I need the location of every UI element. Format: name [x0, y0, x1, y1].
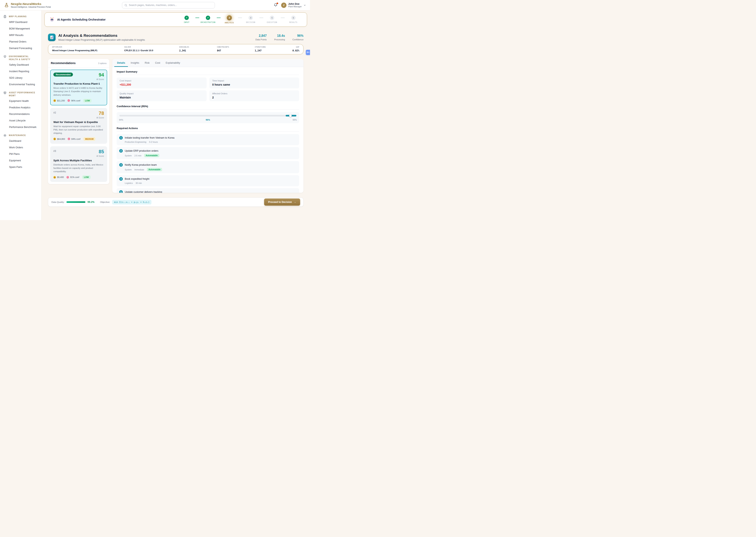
recommendation-card[interactable]: #2 78 AI Score Wait for Vietnam Repair &…: [50, 108, 107, 144]
action-title: Initiate tooling transfer from Vietnam t…: [125, 137, 174, 139]
sidebar-item[interactable]: Equipment Health: [0, 98, 41, 104]
recommendation-confidence: 91% conf: [70, 176, 79, 178]
sidebar-item[interactable]: SDS Library: [0, 75, 41, 81]
recommendation-card[interactable]: #3 85 AI Score Split Across Multiple Fac…: [50, 146, 107, 182]
proceed-to-decision-button[interactable]: Proceed to Decision →: [264, 198, 300, 206]
required-action-item: 1 Initiate tooling transfer from Vietnam…: [117, 134, 299, 145]
stat-value: 2,847: [256, 34, 267, 38]
impact-label: Affected Orders: [212, 92, 296, 95]
sidebar-item[interactable]: Equipment: [0, 157, 41, 164]
sidebar-item[interactable]: MRP Results: [0, 32, 41, 39]
analysis-header: AI Analysis & Recommendations Mixed Inte…: [48, 33, 303, 41]
sidebar-item[interactable]: Safety Dashboard: [0, 62, 41, 68]
data-quality-label: Data Quality:: [51, 201, 64, 203]
sidebar-item[interactable]: Dashboard: [0, 138, 41, 144]
impact-value: 0 hours same: [212, 83, 296, 86]
optimizer-field-value: 847: [217, 49, 255, 52]
sidebar-section-label: ENVIRONMENTAL HEALTH & SAFETY: [9, 55, 39, 61]
avatar: J: [281, 3, 287, 8]
recommendation-badge: #2: [53, 111, 56, 114]
sidebar-item[interactable]: MRP Dashboard: [0, 19, 41, 25]
target-icon: [66, 176, 69, 179]
analysis-stat: 2,847 Data Points: [256, 34, 267, 41]
action-meta-item: System: [125, 154, 132, 157]
recommendation-confidence: 84% conf: [71, 138, 80, 140]
details-tab[interactable]: Details: [114, 59, 128, 67]
impact-card: Time Impact 0 hours same: [209, 77, 299, 88]
impact-card: Quality Impact Maintain: [117, 90, 207, 101]
sidebar-section-header: ENVIRONMENTAL HEALTH & SAFETY: [0, 54, 41, 62]
action-number-badge: 1: [119, 136, 123, 140]
step-connector: [238, 18, 242, 18]
confidence-slider-handle[interactable]: [289, 114, 292, 117]
sidebar-item[interactable]: Performance Benchmark: [0, 124, 41, 131]
main-content: AI Agentic Scheduling Orchestrator ✓ INP…: [42, 11, 310, 220]
sidebar-item[interactable]: Recommendations: [0, 111, 41, 117]
sidebar-item[interactable]: Predictive Analytics: [0, 104, 41, 111]
sidebar-item[interactable]: Demand Forecasting: [0, 45, 41, 52]
confidence-interval-title: Confidence Interval (95%): [117, 105, 299, 108]
ai-score-value: 78: [97, 111, 104, 116]
sidebar-item[interactable]: Incident Reporting: [0, 68, 41, 75]
sidebar-section-header: ASSET PERFORMANCE MGMT: [0, 90, 41, 98]
page-subtitle: Mixed Integer Linear Programming (MILP) …: [58, 39, 145, 41]
orchestrator-card: AI Agentic Scheduling Orchestrator ✓ INP…: [45, 13, 307, 27]
analysis-stat: 18.4s Processing: [274, 34, 285, 41]
ai-score-value: 85: [97, 149, 104, 154]
step-circle: 5: [270, 16, 274, 20]
impact-card: Affected Orders 2: [209, 90, 299, 101]
search-input[interactable]: [129, 4, 213, 7]
impact-summary-title: Impact Summary: [117, 70, 299, 73]
sidebar-item[interactable]: Planned Orders: [0, 39, 41, 45]
global-search[interactable]: [122, 2, 215, 9]
step-label: INPUT: [184, 21, 189, 23]
translate-extension-button[interactable]: 文A: [306, 50, 310, 55]
details-tab[interactable]: Insights: [128, 59, 142, 67]
details-tab[interactable]: Risk: [142, 59, 152, 67]
sidebar-item[interactable]: Asset Lifecycle: [0, 117, 41, 124]
step-connector: [259, 18, 263, 18]
sidebar-section: ASSET PERFORMANCE MGMT Equipment HealthP…: [0, 90, 41, 131]
stepper-step: 4 DECISION: [242, 16, 259, 23]
sidebar-item[interactable]: Spare Parts: [0, 164, 41, 170]
sidebar-item[interactable]: Environmental Tracking: [0, 81, 41, 88]
recommendation-cost: $9,400: [57, 176, 64, 178]
step-label: DECISION: [246, 21, 256, 23]
recommendations-title: Recommendations: [51, 62, 75, 65]
step-connector: [195, 18, 199, 18]
objective-formula: min Σ(cᵢⱼxᵢⱼ + pᵢyᵢ + hᵢzᵢ): [112, 200, 151, 204]
optimizer-field-value: 0.02%: [293, 49, 299, 52]
optimizer-field-value: 1,247: [255, 49, 293, 52]
sidebar-item[interactable]: PM Plans: [0, 151, 41, 157]
action-number-badge: 3: [119, 163, 123, 167]
recommendation-title: Split Across Multiple Facilities: [53, 159, 104, 162]
details-tab[interactable]: Cost: [152, 59, 163, 67]
stepper-step: 3 ANALYSIS: [220, 16, 238, 24]
flask-logo-icon: [4, 3, 9, 8]
action-title: Notify Korea production team: [125, 163, 157, 166]
step-circle: 3: [227, 15, 232, 21]
sidebar-section-label: MAINTENANCE: [9, 134, 26, 137]
optimizer-field-value: CPLEX 22.1.1 / Gurobi 10.0: [124, 49, 179, 52]
user-menu[interactable]: J John Doe Plant Manager: [281, 3, 306, 8]
sidebar-item[interactable]: Work Orders: [0, 144, 41, 151]
optimizer-field: CONSTRAINTS 847: [217, 46, 255, 52]
impact-value: +$11,200: [120, 83, 204, 86]
sidebar-item[interactable]: BOM Management: [0, 25, 41, 32]
action-meta-item: Immediate: [135, 168, 144, 171]
ai-score-label: AI Score: [97, 155, 104, 157]
recommendation-cost: $64,800: [57, 138, 65, 140]
sidebar: MRP PLANNING MRP DashboardBOM Management…: [0, 11, 42, 220]
notifications-button[interactable]: [274, 3, 278, 7]
optimizer-field: ITERATIONS 1,247: [255, 46, 293, 52]
stat-label: Data Points: [256, 38, 267, 41]
details-tab[interactable]: Explainability: [163, 59, 183, 67]
action-meta-item: 2-5 min: [135, 154, 141, 157]
details-tabs: DetailsInsightsRiskCostExplainability: [112, 59, 303, 67]
recommendation-card[interactable]: Recommended 94 AI Score Transfer Product…: [50, 69, 107, 105]
money-bag-icon: $: [53, 138, 56, 140]
optimizer-field-label: OPTIMIZER: [52, 46, 124, 48]
action-meta: Production Engineering0-2 hours: [125, 141, 297, 143]
confidence-slider-track[interactable]: [119, 115, 296, 116]
optimizer-field-label: ITERATIONS: [255, 46, 293, 48]
